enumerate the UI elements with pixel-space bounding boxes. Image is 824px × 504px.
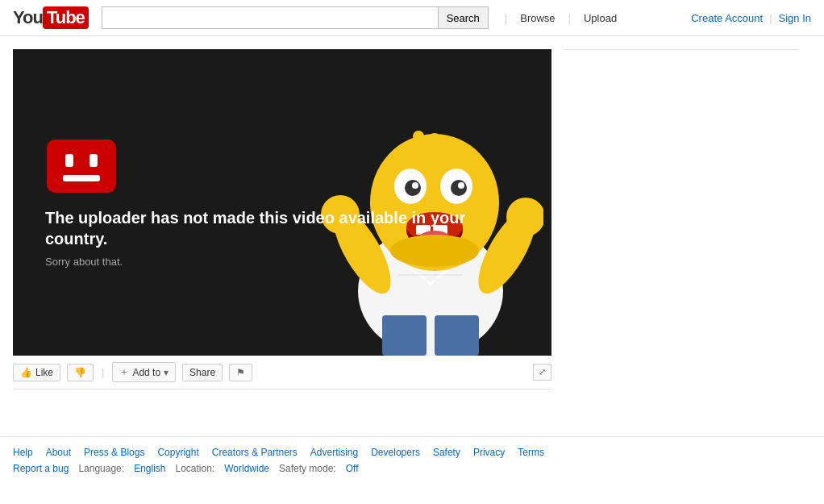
like-label: Like <box>35 367 53 378</box>
location-label: Location: <box>175 463 214 474</box>
sign-in-link[interactable]: Sign In <box>779 12 811 24</box>
video-player: The uploader has not made this video ava… <box>13 49 551 356</box>
footer-link-about[interactable]: About <box>46 447 71 458</box>
chevron-down-icon: ▾ <box>164 367 169 378</box>
share-label: Share <box>189 367 215 378</box>
svg-rect-5 <box>382 315 427 356</box>
thumbs-up-icon: 👍 <box>20 367 32 378</box>
main-content: The uploader has not made this video ava… <box>0 36 824 423</box>
footer: HelpAboutPress & BlogsCopyrightCreators … <box>0 436 824 481</box>
footer-link-privacy[interactable]: Privacy <box>473 447 505 458</box>
error-text: The uploader has not made this video ava… <box>45 207 519 268</box>
error-title: The uploader has not made this video ava… <box>45 207 519 249</box>
safety-value-link[interactable]: Off <box>346 463 359 474</box>
upload-link[interactable]: Upload <box>581 12 620 24</box>
language-value-link[interactable]: English <box>134 463 165 474</box>
add-to-button[interactable]: ＋ Add to ▾ <box>112 362 176 382</box>
footer-link-copyright[interactable]: Copyright <box>157 447 198 458</box>
error-content: The uploader has not made this video ava… <box>13 138 551 268</box>
plus-icon: ＋ <box>119 365 129 379</box>
language-label: Language: <box>78 463 124 474</box>
create-account-link[interactable]: Create Account <box>691 12 763 24</box>
expand-button[interactable]: ⤢ <box>533 364 551 381</box>
like-button[interactable]: 👍 Like <box>13 364 60 381</box>
location-value-link[interactable]: Worldwide <box>224 463 269 474</box>
search-input[interactable] <box>102 6 438 29</box>
nav-divider-1: | <box>505 12 507 24</box>
error-icon <box>45 138 118 194</box>
sidebar-divider <box>564 49 798 50</box>
footer-link-terms[interactable]: Terms <box>518 447 544 458</box>
video-controls: 👍 Like 👎 | ＋ Add to ▾ Share ⚑ ⤢ <box>13 356 551 389</box>
search-button[interactable]: Search <box>438 6 489 29</box>
footer-link-help[interactable]: Help <box>13 447 33 458</box>
svg-rect-0 <box>47 140 116 193</box>
search-form: Search <box>102 6 489 29</box>
nav-divider-2: | <box>568 12 571 24</box>
svg-rect-6 <box>435 315 479 356</box>
header-nav: | Browse | Upload <box>501 12 620 24</box>
svg-rect-2 <box>89 154 98 167</box>
auth-divider: | <box>769 12 772 24</box>
flag-icon: ⚑ <box>236 367 245 378</box>
logo-you-text: You <box>13 7 43 28</box>
header: YouTube Search | Browse | Upload Create … <box>0 0 824 36</box>
error-subtitle: Sorry about that. <box>45 256 519 268</box>
svg-rect-1 <box>65 154 73 167</box>
sidebar <box>551 49 811 423</box>
safety-label: Safety mode: <box>279 463 336 474</box>
report-bug-link[interactable]: Report a bug <box>13 463 69 474</box>
share-button[interactable]: Share <box>182 364 223 381</box>
dislike-button[interactable]: 👎 <box>67 364 94 381</box>
browse-link[interactable]: Browse <box>517 12 558 24</box>
footer-link-press--blogs[interactable]: Press & Blogs <box>84 447 144 458</box>
header-auth: Create Account | Sign In <box>691 12 811 24</box>
flag-button[interactable]: ⚑ <box>229 364 252 381</box>
video-container: The uploader has not made this video ava… <box>13 49 551 423</box>
ctrl-separator: | <box>102 366 104 378</box>
logo-tube-text: Tube <box>43 6 89 29</box>
youtube-logo[interactable]: YouTube <box>13 6 89 29</box>
footer-links: HelpAboutPress & BlogsCopyrightCreators … <box>13 447 811 458</box>
footer-link-safety[interactable]: Safety <box>433 447 460 458</box>
footer-link-developers[interactable]: Developers <box>371 447 420 458</box>
footer-link-advertising[interactable]: Advertising <box>310 447 358 458</box>
svg-rect-3 <box>63 175 100 181</box>
footer-meta: Report a bug Language: English Location:… <box>13 463 811 474</box>
expand-icon: ⤢ <box>539 367 546 377</box>
thumbs-down-icon: 👎 <box>74 367 86 378</box>
footer-link-creators--partners[interactable]: Creators & Partners <box>212 447 298 458</box>
add-to-label: Add to <box>132 367 160 378</box>
